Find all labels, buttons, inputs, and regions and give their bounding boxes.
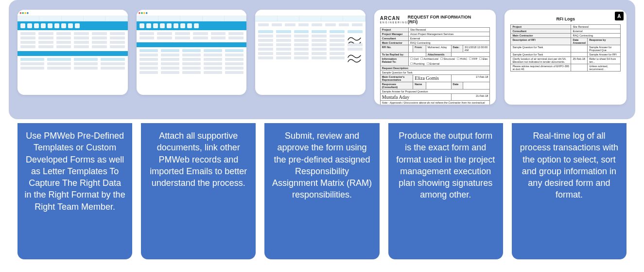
caption-3: Submit, review and approve the form usin… — [264, 123, 379, 259]
caption-2: Attach all supportive documents, link ot… — [141, 123, 256, 259]
caption-5: Real-time log of all process transaction… — [512, 123, 627, 259]
doc-brand-sub: ENGINEERING — [380, 21, 408, 24]
caption-1: Use PMWeb Pre-Defined Templates or Custo… — [17, 123, 132, 259]
thumb-log: A RFI Logs ProjectSite Renewal Consultan… — [505, 10, 627, 105]
thumb-workflow — [255, 10, 366, 95]
thumb-output-form: ARCAN ENGINEERING REQUEST FOR INFORMATIO… — [374, 10, 496, 105]
doc-title: REQUEST FOR INFORMATION (RFI) — [408, 15, 477, 24]
caption-4: Produce the output form is the exact for… — [388, 123, 503, 259]
log-table: ProjectSite Renewal ConsultantExternal M… — [510, 24, 621, 72]
diagram-stage: ●●●● ●●●● — [0, 0, 644, 272]
log-title: RFI Logs — [510, 17, 621, 21]
doc-brand: ARCAN — [380, 16, 400, 21]
log-badge: A — [615, 12, 624, 20]
thumb-form-editor: ●●●● — [17, 10, 128, 95]
doc-table: ProjectSite Renewal Project ManagerArcan… — [380, 27, 490, 105]
thumbnail-band: ●●●● ●●●● — [9, 0, 635, 119]
thumb-attachments: ●●●● — [137, 10, 247, 95]
caption-row: Use PMWeb Pre-Defined Templates or Custo… — [17, 123, 627, 259]
